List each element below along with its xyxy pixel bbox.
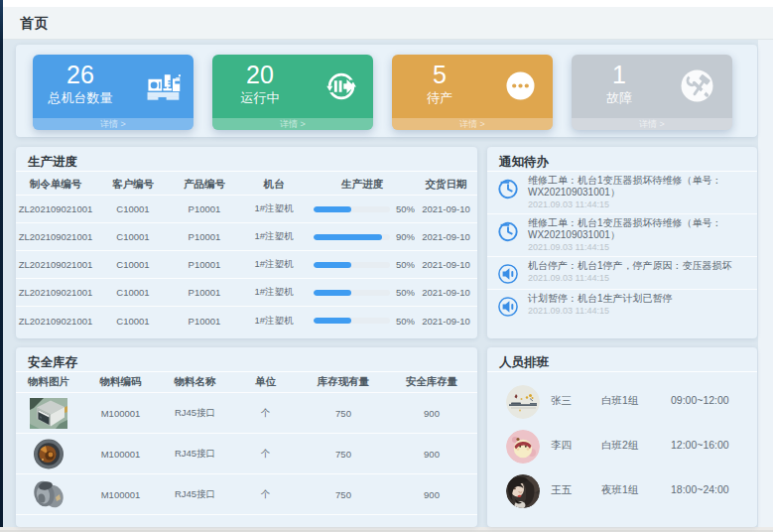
notice-item[interactable]: 维修工单：机台1变压器损坏待维修（单号：WX202109031001） 2021… [487, 172, 757, 214]
cell-order-no: ZL202109021001 [16, 203, 95, 214]
ellipsis-icon [506, 71, 535, 104]
stock-row: M100001 RJ45接口 个 750 900 [16, 474, 477, 515]
clock-icon [496, 177, 520, 200]
staff-shift: 白班1组 [601, 394, 638, 408]
stat-value: 20 [212, 62, 308, 87]
cell-product-no: P10001 [171, 203, 238, 214]
avatar-lisi [506, 430, 540, 464]
dashboard-main: 26 总机台数量 [3, 40, 773, 527]
staff-name: 张三 [551, 394, 572, 408]
stock-row: M100001 RJ45接口 个 750 900 [16, 393, 477, 434]
stat-detail-link[interactable]: 详情 > [572, 118, 732, 130]
cell-order-no: ZL202109021001 [16, 259, 95, 270]
notice-text: 维修工单：机台1变压器损坏待维修（单号：WX202109031001） [528, 175, 747, 199]
staff-shift: 白班2组 [601, 439, 638, 453]
cell-customer-no: C10001 [95, 259, 171, 270]
cell-unit: 个 [230, 448, 301, 461]
cell-material-name: RJ45接口 [160, 407, 230, 420]
stock-table: 物料图片 物料编码 物料名称 单位 库存现有量 安全库存量 [16, 372, 477, 515]
notice-item[interactable]: 计划暂停：机台1生产计划已暂停 2021.09.03 11:44:15 [487, 290, 757, 322]
column-header: 物料编码 [81, 375, 160, 389]
tools-icon [681, 69, 713, 106]
cell-safe-qty: 900 [386, 408, 477, 419]
stat-card-running[interactable]: 20 运行中 详情 > [212, 55, 373, 130]
stat-card-total-machines[interactable]: 26 总机台数量 [33, 55, 193, 130]
progress-percent: 50% [396, 259, 415, 270]
avatar-wangwu [506, 474, 540, 508]
production-row: ZL202109021001 C10001 P10001 1#注塑机 90% 2… [16, 223, 477, 251]
tab-home[interactable]: 首页 [20, 15, 49, 33]
progress-bar-fill [314, 318, 351, 324]
cell-current-qty: 750 [301, 408, 386, 419]
stat-card-fault[interactable]: 1 故障 详情 > [572, 55, 732, 130]
notices-panel: 通知待办 维修工单：机台1变压器损坏待维修（单号：WX202109031001）… [487, 147, 757, 338]
stat-card-body: 5 待产 [392, 55, 553, 118]
staff-row: 张三 白班1组 09:00~12:00 [487, 380, 757, 425]
stat-detail-link[interactable]: 详情 > [33, 118, 193, 130]
stat-label: 运行中 [212, 90, 308, 105]
speaker-icon [496, 295, 520, 319]
staff-row: 李四 白班2组 12:00~16:00 [487, 425, 757, 469]
cell-customer-no: C10001 [95, 231, 171, 242]
column-header: 产品编号 [171, 178, 238, 192]
cell-due-date: 2021-09-10 [415, 287, 477, 298]
column-header: 客户编号 [95, 178, 171, 192]
stat-label: 故障 [572, 90, 667, 105]
notice-body: 维修工单：机台1变压器损坏待维修（单号：WX202109031001） 2021… [528, 175, 747, 210]
cell-due-date: 2021-09-10 [415, 231, 477, 242]
staff-time: 12:00~16:00 [671, 439, 729, 451]
cell-due-date: 2021-09-10 [415, 316, 477, 327]
cell-order-no: ZL202109021001 [16, 231, 95, 242]
progress-percent: 50% [396, 316, 415, 327]
staff-schedule-panel: 人员排班 [487, 347, 757, 527]
progress-bar-fill [314, 290, 351, 296]
panel-title-notices: 通知待办 [487, 147, 757, 172]
notice-timestamp: 2021.09.03 11:44:15 [528, 200, 747, 210]
production-table-header: 制令单编号 客户编号 产品编号 机台 生产进度 交货日期 [16, 172, 477, 196]
safety-stock-panel: 安全库存 物料图片 物料编码 物料名称 单位 库存现有量 安全库存量 [16, 347, 477, 527]
cell-material-name: RJ45接口 [160, 448, 230, 461]
cell-customer-no: C10001 [95, 203, 171, 214]
stat-value: 26 [33, 62, 128, 87]
panel-title-production: 生产进度 [16, 147, 477, 172]
stat-detail-link[interactable]: 详情 > [392, 118, 553, 130]
notice-item[interactable]: 机台停产：机台1停产，停产原因：变压器损坏 2021.09.03 11:44:1… [487, 257, 757, 290]
cell-due-date: 2021-09-10 [415, 259, 477, 270]
stat-value: 5 [392, 62, 487, 87]
cell-current-qty: 750 [301, 449, 386, 460]
cell-material-image [16, 398, 81, 429]
staff-name: 李四 [551, 439, 572, 453]
column-header: 物料图片 [16, 375, 81, 389]
stat-value: 1 [572, 62, 667, 87]
cell-product-no: P10001 [171, 259, 238, 270]
stat-detail-link[interactable]: 详情 > [212, 118, 373, 130]
cell-material-code: M100001 [81, 408, 160, 419]
stat-card-body: 26 总机台数量 [33, 55, 193, 118]
tabs-bar: 首页 [3, 7, 773, 40]
cell-product-no: P10001 [171, 287, 238, 298]
scrollbar-gutter [758, 40, 773, 527]
cell-customer-no: C10001 [95, 287, 171, 298]
cell-machine: 1#注塑机 [238, 202, 310, 215]
progress-bar-track [314, 318, 390, 324]
cell-material-image [16, 479, 81, 510]
column-header: 制令单编号 [16, 178, 95, 192]
speaker-side-photo [30, 479, 67, 510]
speaker-front-photo [30, 439, 67, 469]
staff-time: 09:00~12:00 [671, 394, 729, 406]
cell-material-name: RJ45接口 [160, 488, 230, 501]
cell-customer-no: C10001 [95, 316, 171, 327]
panel-title-stock: 安全库存 [16, 347, 477, 372]
column-header: 交货日期 [415, 178, 477, 192]
staff-shift: 夜班1组 [601, 483, 638, 497]
staff-name: 王五 [551, 483, 572, 497]
cell-due-date: 2021-09-10 [415, 203, 477, 214]
cell-progress: 50% [310, 259, 415, 270]
staff-row: 王五 夜班1组 18:00~24:00 [487, 469, 757, 514]
progress-bar-fill [314, 234, 382, 240]
progress-bar-track [314, 290, 390, 296]
cell-material-image [16, 439, 81, 469]
cell-safe-qty: 900 [386, 489, 477, 500]
notice-item[interactable]: 维修工单：机台1变压器损坏待维修（单号：WX202109031001） 2021… [487, 214, 757, 257]
stat-card-pending[interactable]: 5 待产 详情 > [392, 55, 553, 130]
